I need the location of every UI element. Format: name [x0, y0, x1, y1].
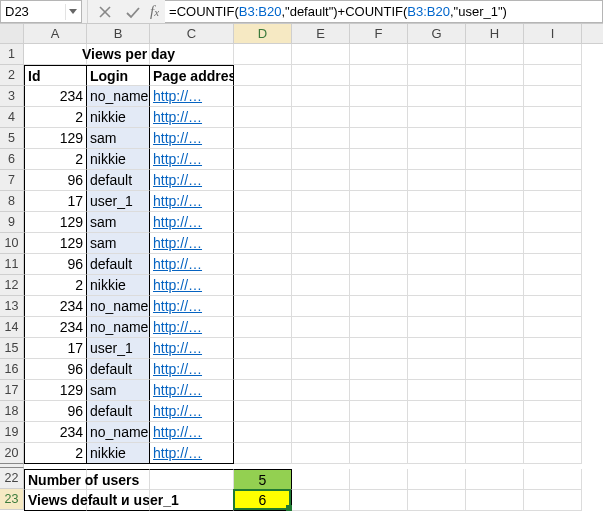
cell-page[interactable]: http://… [150, 254, 234, 275]
row-header-6[interactable]: 6 [0, 149, 24, 170]
row-header-10[interactable]: 10 [0, 233, 24, 254]
cell-id[interactable]: 2 [24, 149, 87, 170]
cell-id[interactable]: 96 [24, 401, 87, 422]
cell[interactable] [350, 44, 408, 65]
cell[interactable] [234, 275, 292, 296]
cell[interactable] [408, 149, 466, 170]
cell[interactable] [292, 254, 350, 275]
page-link[interactable]: http://… [153, 193, 202, 209]
cell-id[interactable]: 96 [24, 254, 87, 275]
cell[interactable] [350, 149, 408, 170]
cell[interactable] [524, 107, 582, 128]
cell[interactable] [350, 128, 408, 149]
hidden-row-marker[interactable] [0, 463, 24, 468]
cell-id[interactable]: 2 [24, 275, 87, 296]
cell-id[interactable]: 234 [24, 317, 87, 338]
cell[interactable] [466, 86, 524, 107]
row-header-11[interactable]: 11 [0, 254, 24, 275]
cell[interactable] [350, 490, 408, 511]
cell[interactable] [292, 107, 350, 128]
cell[interactable] [466, 380, 524, 401]
cell[interactable] [350, 359, 408, 380]
cell-login[interactable]: nikkie [87, 275, 150, 296]
cell[interactable] [408, 233, 466, 254]
cell[interactable] [292, 275, 350, 296]
cell[interactable] [466, 275, 524, 296]
cell-page[interactable]: http://… [150, 149, 234, 170]
cell-login[interactable]: sam [87, 128, 150, 149]
cell-login[interactable]: sam [87, 233, 150, 254]
cell[interactable] [292, 86, 350, 107]
cell[interactable] [524, 254, 582, 275]
cell[interactable] [292, 233, 350, 254]
cell[interactable] [466, 422, 524, 443]
cell[interactable] [408, 170, 466, 191]
cell[interactable] [234, 317, 292, 338]
cell-id[interactable]: 17 [24, 338, 87, 359]
column-header-F[interactable]: F [350, 24, 408, 43]
cell[interactable] [466, 44, 524, 65]
cell[interactable] [350, 401, 408, 422]
header-id[interactable]: Id [24, 65, 87, 86]
cell[interactable] [408, 44, 466, 65]
cell[interactable] [150, 469, 234, 490]
cell-page[interactable]: http://… [150, 191, 234, 212]
fx-icon[interactable]: fx [150, 0, 165, 23]
column-header-D[interactable]: D [234, 24, 292, 43]
cell[interactable] [234, 128, 292, 149]
cell[interactable] [524, 380, 582, 401]
cell[interactable] [234, 338, 292, 359]
cell[interactable] [292, 338, 350, 359]
page-link[interactable]: http://… [153, 424, 202, 440]
row-header-16[interactable]: 16 [0, 359, 24, 380]
cell[interactable] [408, 469, 466, 490]
cell-id[interactable]: 96 [24, 170, 87, 191]
cell[interactable] [408, 443, 466, 464]
page-link[interactable]: http://… [153, 382, 202, 398]
cell[interactable] [524, 296, 582, 317]
cell-id[interactable]: 129 [24, 380, 87, 401]
cell[interactable] [350, 65, 408, 86]
cell[interactable] [466, 107, 524, 128]
name-box[interactable]: D23 [0, 0, 82, 23]
row-header-7[interactable]: 7 [0, 170, 24, 191]
cell[interactable] [350, 212, 408, 233]
cell[interactable] [524, 170, 582, 191]
cell[interactable] [292, 296, 350, 317]
page-link[interactable]: http://… [153, 151, 202, 167]
cell-page[interactable]: http://… [150, 380, 234, 401]
cell[interactable] [466, 317, 524, 338]
cell[interactable] [466, 401, 524, 422]
cell[interactable] [408, 338, 466, 359]
cell[interactable] [466, 296, 524, 317]
enter-icon[interactable] [124, 3, 142, 21]
cell[interactable] [524, 359, 582, 380]
page-link[interactable]: http://… [153, 340, 202, 356]
cell[interactable] [408, 191, 466, 212]
cell[interactable] [408, 107, 466, 128]
cells-grid[interactable]: Views per dayIdLoginPage address234no_na… [24, 44, 603, 511]
page-link[interactable]: http://… [153, 361, 202, 377]
row-header-14[interactable]: 14 [0, 317, 24, 338]
cell[interactable] [150, 490, 234, 511]
row-header-9[interactable]: 9 [0, 212, 24, 233]
page-link[interactable]: http://… [153, 277, 202, 293]
name-box-dropdown-icon[interactable] [65, 4, 79, 20]
cell[interactable] [408, 422, 466, 443]
row-header-4[interactable]: 4 [0, 107, 24, 128]
cell[interactable] [408, 275, 466, 296]
cell-page[interactable]: http://… [150, 275, 234, 296]
cell[interactable] [408, 128, 466, 149]
cell[interactable] [292, 380, 350, 401]
row-header-17[interactable]: 17 [0, 380, 24, 401]
cell-id[interactable]: 2 [24, 443, 87, 464]
cell[interactable]: Views per day [87, 44, 150, 65]
cell-page[interactable]: http://… [150, 296, 234, 317]
cell-login[interactable]: no_name [87, 296, 150, 317]
cell[interactable] [466, 338, 524, 359]
cell[interactable] [234, 191, 292, 212]
page-link[interactable]: http://… [153, 298, 202, 314]
cell-page[interactable]: http://… [150, 86, 234, 107]
cancel-icon[interactable] [96, 3, 114, 21]
column-header-A[interactable]: A [24, 24, 87, 43]
